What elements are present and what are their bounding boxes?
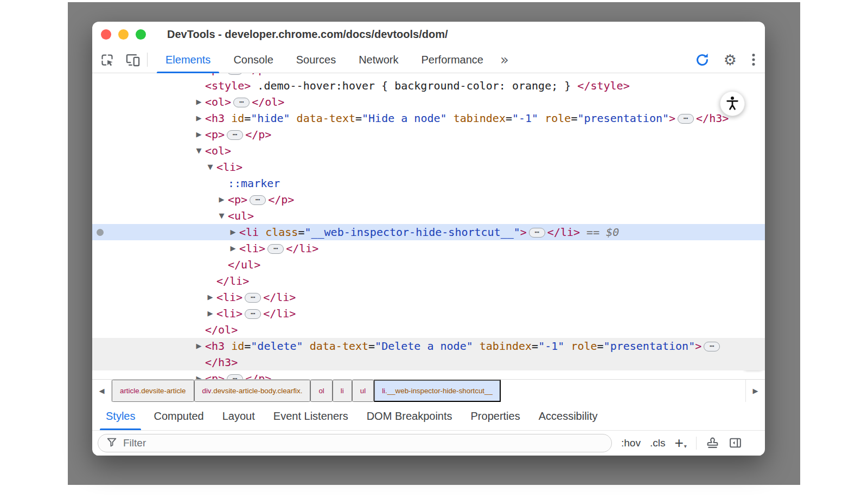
crumb-tag: article	[120, 387, 139, 395]
code-token: <ul>	[228, 209, 254, 222]
dom-tree-row[interactable]: ▶<p>⋯</p>	[92, 370, 765, 379]
collapsed-content-button[interactable]: ⋯	[704, 342, 720, 351]
disclosure-arrow[interactable]: ▶	[217, 191, 226, 208]
dom-tree-row[interactable]: ▶<p>⋯</p>	[92, 73, 765, 78]
maximize-window-button[interactable]	[136, 29, 146, 40]
minimize-window-button[interactable]	[118, 29, 129, 40]
breadcrumb-item-div-devsite-article-body-clearfix[interactable]: div.devsite-article-body.clearfix.	[194, 380, 311, 402]
new-style-rule-button[interactable]: + ▾	[674, 437, 686, 449]
collapsed-content-button[interactable]: ⋯	[245, 309, 261, 319]
breadcrumb-item-ul[interactable]: ul	[352, 380, 374, 402]
disclosure-arrow[interactable]: ▶	[194, 338, 203, 354]
dom-tree-row[interactable]: ▼<ol>	[92, 143, 765, 159]
sidebar-tab-styles[interactable]: Styles	[97, 402, 144, 430]
code-token: tabindex	[480, 340, 532, 353]
tab-console[interactable]: Console	[222, 47, 284, 73]
breadcrumb-scroll-left-button[interactable]: ◀	[92, 380, 112, 402]
devtools-window: DevTools - developer.chrome.com/docs/dev…	[92, 22, 765, 456]
code-token: =	[597, 340, 604, 353]
disclosure-arrow[interactable]: ▶	[206, 289, 215, 305]
sidebar-tab-computed[interactable]: Computed	[144, 402, 213, 430]
collapsed-content-button[interactable]: ⋯	[250, 195, 266, 205]
collapsed-content-button[interactable]: ⋯	[227, 73, 243, 75]
tab-network[interactable]: Network	[347, 47, 410, 73]
code-token: <li>	[216, 161, 242, 174]
tab-sources[interactable]: Sources	[285, 47, 347, 73]
code-token: =	[532, 340, 538, 353]
filter-input[interactable]	[123, 437, 604, 449]
breadcrumb-item-ol[interactable]: ol	[310, 380, 332, 402]
dom-tree-row[interactable]: ▶<li>⋯</li>	[92, 289, 765, 305]
sidebar-tab-dom-breakpoints[interactable]: DOM Breakpoints	[358, 402, 462, 430]
sidebar-tab-layout[interactable]: Layout	[213, 402, 264, 430]
disclosure-arrow[interactable]: ▼	[194, 143, 203, 159]
breadcrumb-item-article-devsite-article[interactable]: article.devsite-article	[112, 380, 194, 402]
toggle-sidebar-icon[interactable]	[729, 436, 742, 450]
collapsed-content-button[interactable]: ⋯	[233, 98, 250, 107]
disclosure-arrow[interactable]: ▼	[206, 159, 215, 175]
dom-tree-row[interactable]: ▶<h3 id="hide" data-text="Hide a node" t…	[92, 110, 765, 126]
code-token: <h3	[205, 340, 225, 353]
code-token: <li>	[216, 307, 242, 320]
code-token: <p>	[205, 128, 225, 141]
toggle-element-state-button[interactable]: :hov	[621, 437, 641, 449]
collapsed-content-button[interactable]: ⋯	[267, 244, 284, 254]
settings-gear-icon[interactable]: ⚙	[724, 53, 737, 67]
disclosure-arrow[interactable]: ▶	[194, 73, 203, 78]
dom-tree-row[interactable]: ▶<h3 id="delete" data-text="Delete a nod…	[92, 338, 765, 354]
disclosure-arrow[interactable]: ▼	[217, 208, 226, 224]
more-options-kebab-icon[interactable]	[751, 53, 756, 66]
disclosure-arrow[interactable]: ▶	[194, 110, 203, 126]
code-token: id	[231, 112, 244, 125]
breadcrumb-item-li[interactable]: li	[333, 380, 352, 402]
disclosure-arrow[interactable]: ▶	[206, 305, 215, 322]
dom-tree-row[interactable]: ▼<ul>	[92, 208, 765, 224]
dom-tree-row[interactable]: ▶<ol>⋯</ol>	[92, 94, 765, 110]
dom-tree-row[interactable]: ▶<li>⋯</li>	[92, 240, 765, 257]
code-token	[447, 112, 454, 125]
sidebar-tab-event-listeners[interactable]: Event Listeners	[264, 402, 358, 430]
breadcrumb-item-li-web-inspector-hide-shortcut[interactable]: li.__web-inspector-hide-shortcut__	[374, 380, 501, 402]
dom-tree-row[interactable]: ::marker	[92, 175, 765, 191]
dom-tree-row[interactable]: </li>	[92, 273, 765, 289]
code-token: class	[265, 226, 298, 239]
device-toolbar-icon[interactable]	[125, 53, 141, 67]
code-token: "__web-inspector-hide-shortcut__"	[304, 226, 520, 239]
inspect-element-icon[interactable]	[100, 53, 114, 67]
close-window-button[interactable]	[101, 29, 111, 40]
dom-tree-row[interactable]: </h3>	[92, 354, 765, 370]
more-tabs-button[interactable]: »	[500, 53, 509, 67]
dom-tree-row[interactable]: ▶<li class="__web-inspector-hide-shortcu…	[92, 224, 765, 240]
tab-performance[interactable]: Performance	[410, 47, 495, 73]
disclosure-arrow[interactable]: ▶	[194, 126, 203, 143]
sync-icon[interactable]	[695, 53, 710, 67]
collapsed-content-button[interactable]: ⋯	[227, 374, 243, 379]
sidebar-tab-accessibility[interactable]: Accessibility	[529, 402, 607, 430]
stamp-icon[interactable]	[706, 436, 719, 450]
disclosure-arrow[interactable]: ▶	[228, 224, 238, 240]
collapsed-content-button[interactable]: ⋯	[678, 114, 694, 124]
dom-tree-row[interactable]: ▶<li>⋯</li>	[92, 305, 765, 322]
dom-tree-row[interactable]: </ul>	[92, 257, 765, 273]
breadcrumb-scroll-right-button[interactable]: ▶	[745, 380, 765, 402]
activity-dot	[97, 229, 104, 236]
dom-tree-row[interactable]: ▼<li>	[92, 159, 765, 175]
code-token: </ol>	[252, 95, 284, 108]
disclosure-arrow[interactable]: ▶	[194, 370, 203, 379]
dom-tree-row[interactable]: </ol>	[92, 322, 765, 338]
element-classes-button[interactable]: .cls	[650, 437, 666, 449]
sidebar-tab-properties[interactable]: Properties	[462, 402, 529, 430]
dom-tree-row[interactable]: ▶<p>⋯</p>	[92, 191, 765, 208]
disclosure-arrow[interactable]: ▶	[194, 94, 203, 110]
filter-field[interactable]	[98, 434, 612, 452]
tab-elements[interactable]: Elements	[154, 47, 222, 73]
dom-tree-row[interactable]: <style> .demo--hover:hover { background-…	[92, 78, 765, 94]
collapsed-content-button[interactable]: ⋯	[227, 130, 243, 140]
dom-tree-row[interactable]: ▶<p>⋯</p>	[92, 126, 765, 143]
code-token	[303, 340, 310, 353]
collapsed-content-button[interactable]: ⋯	[529, 228, 545, 238]
collapsed-content-button[interactable]: ⋯	[245, 293, 261, 303]
code-token: </li>	[286, 242, 318, 255]
disclosure-arrow[interactable]: ▶	[228, 240, 238, 257]
code-token	[259, 226, 265, 239]
